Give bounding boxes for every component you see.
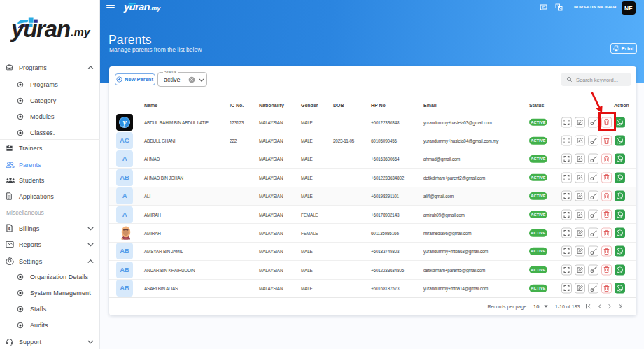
svg-text:y: y xyxy=(121,117,127,127)
svg-text:$: $ xyxy=(8,227,10,231)
